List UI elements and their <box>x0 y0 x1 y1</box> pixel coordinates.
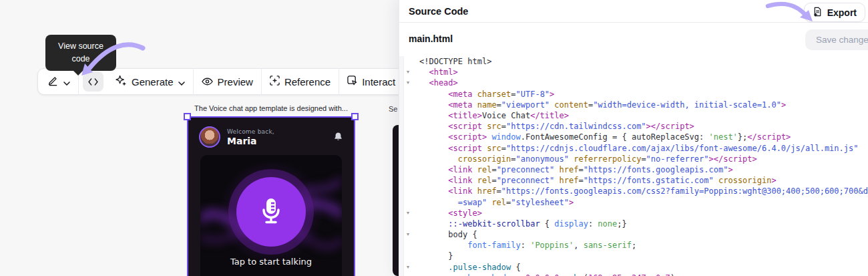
eye-icon <box>202 76 213 88</box>
voice-chat-card: Tap to start talking <box>200 155 342 276</box>
code-line[interactable]: ::-webkit-scrollbar { display: none;} <box>399 219 868 229</box>
code-line[interactable]: <link href="https://fonts.googleapis.com… <box>399 186 868 196</box>
microphone-icon <box>256 196 286 228</box>
interact-button[interactable]: Interact <box>339 69 403 94</box>
code-line[interactable]: <!DOCTYPE html> <box>399 56 868 67</box>
source-code-panel: Source Code Export main.html Save change… <box>399 0 868 276</box>
reference-button[interactable]: Reference <box>262 69 339 94</box>
artboard-caption: The Voice chat app template is designed … <box>194 104 348 112</box>
reference-label: Reference <box>284 76 331 88</box>
annotation-arrow-to-code-icon <box>77 40 147 83</box>
code-line[interactable]: <script src="https://cdn.tailwindcss.com… <box>399 121 868 132</box>
mic-button[interactable] <box>236 177 306 247</box>
reference-icon <box>270 76 280 88</box>
code-text: <link href="https://fonts.googleapis.com… <box>419 186 868 196</box>
code-line[interactable]: <title>Voice Chat</title> <box>399 110 868 121</box>
code-line[interactable]: ▾ <style> <box>399 208 868 219</box>
username-text: Maria <box>227 136 274 146</box>
code-line[interactable]: box-shadow: 0 0 0 0 rgba(168, 85, 247, 0… <box>399 273 868 276</box>
selection-handle[interactable] <box>351 113 359 120</box>
fold-arrow-icon[interactable]: ▾ <box>399 80 419 86</box>
code-line[interactable]: ▾ body { <box>399 229 868 240</box>
filename-tab[interactable]: main.html <box>409 33 453 44</box>
export-label: Export <box>827 7 857 18</box>
code-text: box-shadow: 0 0 0 0 rgba(168, 85, 247, 0… <box>419 273 680 276</box>
chevron-down-icon <box>63 76 70 88</box>
second-artboard-caption: Se <box>389 105 397 113</box>
code-text: <meta name="viewport" content="width=dev… <box>419 100 786 110</box>
save-changes-button[interactable]: Save changes <box>805 29 868 50</box>
code-line[interactable]: ▾ <html> <box>399 67 868 78</box>
tap-to-talk-label: Tap to start talking <box>200 257 342 267</box>
fold-arrow-icon[interactable]: ▾ <box>399 232 419 237</box>
code-text: ::-webkit-scrollbar { display: none;} <box>419 219 627 229</box>
annotation-arrow-to-export <box>765 1 817 26</box>
code-text: <script> window.FontAwesomeConfig = { au… <box>419 132 791 142</box>
code-line[interactable]: ▾ .pulse-shadow { <box>399 262 868 273</box>
interact-icon <box>347 76 357 88</box>
edit-tool-button[interactable] <box>39 69 78 94</box>
file-tab-row: main.html Save changes <box>399 23 868 55</box>
pencil-icon <box>47 75 59 88</box>
avatar <box>199 126 220 148</box>
code-line[interactable]: font-family: 'Poppins', sans-serif; <box>399 240 868 251</box>
phone-preview-frame[interactable]: Welcome back, Maria <box>187 116 355 276</box>
code-text: =swap" rel="stylesheet"> <box>419 198 574 207</box>
preview-label: Preview <box>218 76 253 88</box>
code-text: <title>Voice Chat</title> <box>419 111 569 120</box>
code-line[interactable]: crossorigin="anonymous" referrerpolicy="… <box>399 154 868 164</box>
code-editor[interactable]: <!DOCTYPE html>▾ <html>▾ <head> <meta ch… <box>399 56 868 276</box>
code-line[interactable]: =swap" rel="stylesheet"> <box>399 196 868 207</box>
fold-arrow-icon[interactable]: ▾ <box>399 265 419 270</box>
code-text: <html> <box>419 67 458 77</box>
code-text: body { <box>419 230 477 239</box>
code-line[interactable]: <meta name="viewport" content="width=dev… <box>399 100 868 110</box>
code-text: crossorigin="anonymous" referrerpolicy="… <box>419 154 757 164</box>
code-text: <link rel="preconnect" href="https://fon… <box>419 176 777 185</box>
fold-arrow-icon[interactable]: ▾ <box>399 70 419 75</box>
fold-arrow-icon[interactable]: ▾ <box>399 211 419 216</box>
greeting-text: Welcome back, <box>227 128 274 135</box>
code-text: <script src="https://cdn.tailwindcss.com… <box>419 122 694 131</box>
interact-label: Interact <box>362 76 395 88</box>
code-text: .pulse-shadow { <box>419 263 521 272</box>
code-text: } <box>419 251 453 261</box>
bell-icon[interactable] <box>333 132 343 144</box>
code-text: <script src="https://cdnjs.cloudflare.co… <box>419 144 858 153</box>
code-line[interactable]: } <box>399 251 868 261</box>
code-text: font-family: 'Poppins', sans-serif; <box>419 241 636 250</box>
code-text: <head> <box>419 78 458 88</box>
code-text: <link rel="preconnect" href="https://fon… <box>419 165 733 174</box>
code-line[interactable]: <script> window.FontAwesomeConfig = { au… <box>399 132 868 142</box>
chevron-down-icon <box>178 76 185 88</box>
code-text: <meta charset="UTF-8"> <box>419 90 554 99</box>
panel-title: Source Code <box>409 6 468 17</box>
code-line[interactable]: <script src="https://cdnjs.cloudflare.co… <box>399 143 868 154</box>
phone-header: Welcome back, Maria <box>188 118 354 148</box>
code-text: <style> <box>419 209 482 218</box>
code-line[interactable]: <link rel="preconnect" href="https://fon… <box>399 175 868 186</box>
code-line[interactable]: <meta charset="UTF-8"> <box>399 89 868 100</box>
selection-handle[interactable] <box>184 113 191 120</box>
code-line[interactable]: ▾ <head> <box>399 78 868 88</box>
preview-button[interactable]: Preview <box>194 69 261 94</box>
code-text: <!DOCTYPE html> <box>419 57 491 66</box>
code-line[interactable]: <link rel="preconnect" href="https://fon… <box>399 164 868 175</box>
